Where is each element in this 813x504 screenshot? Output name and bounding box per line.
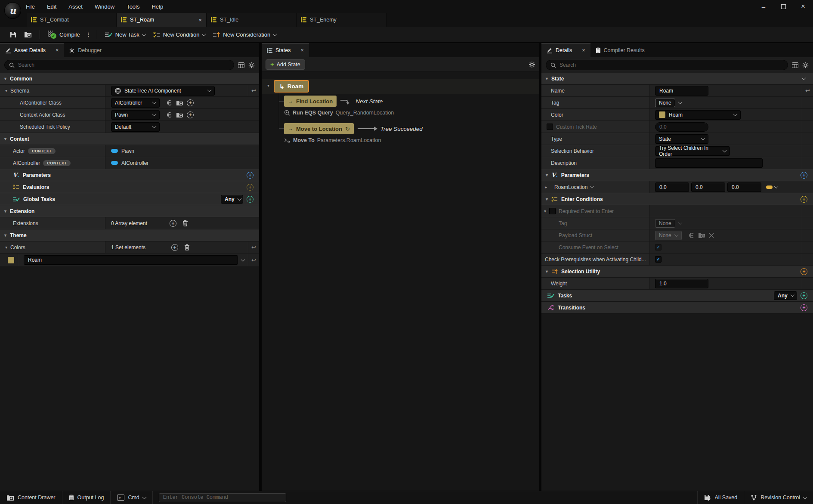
selection-utility-header-row[interactable]: ▾ Selection Utility +	[541, 266, 813, 278]
section-extension[interactable]: ▾ Extension	[0, 205, 259, 217]
collapse-triangle-icon[interactable]: ▾	[5, 89, 7, 93]
close-button[interactable]: ×	[793, 0, 813, 13]
tick-policy-dropdown[interactable]: Default	[111, 122, 160, 132]
settings-gear-icon[interactable]	[248, 62, 255, 68]
reset-to-default-icon[interactable]: ↩	[805, 87, 810, 94]
schema-dropdown[interactable]: StateTree AI Component	[111, 86, 215, 96]
chevron-down-icon[interactable]	[241, 257, 245, 262]
context-actor-class-dropdown[interactable]: Pawn	[111, 110, 160, 120]
menu-asset[interactable]: Asset	[68, 3, 83, 10]
task-node-find-location[interactable]: → Find Location	[284, 96, 337, 107]
reset-to-default-icon[interactable]: ↩	[251, 87, 256, 94]
revision-control-button[interactable]: Revision Control	[744, 491, 813, 504]
save-button[interactable]	[10, 31, 16, 38]
clear-icon[interactable]	[709, 233, 714, 238]
tab-states[interactable]: States ×	[262, 43, 309, 57]
reset-to-default-icon[interactable]: ↩	[251, 244, 256, 250]
state-tree-canvas[interactable]: ▾ ↳ Roam → Find Location Next State Run …	[262, 72, 539, 491]
aicontroller-class-dropdown[interactable]: AIController	[111, 98, 160, 108]
cmd-button[interactable]: >_ Cmd	[111, 491, 152, 504]
output-log-button[interactable]: Output Log	[62, 491, 111, 504]
consume-event-checkbox[interactable]: ✓	[655, 244, 662, 250]
global-tasks-mode-dropdown[interactable]: Any	[221, 195, 243, 204]
add-task-icon[interactable]: +	[801, 292, 807, 299]
browse-to-asset-icon[interactable]	[698, 232, 705, 238]
state-node-roam[interactable]: ↳ Roam	[274, 80, 309, 93]
reset-to-default-icon[interactable]: ↩	[251, 257, 256, 263]
menu-file[interactable]: File	[26, 3, 35, 10]
add-state-button[interactable]: + Add State	[266, 59, 305, 70]
global-tasks-header-row[interactable]: Global Tasks Any +	[0, 193, 259, 205]
close-tab-icon[interactable]: ×	[56, 47, 59, 53]
create-new-icon[interactable]: +	[187, 111, 194, 118]
chevron-down-icon[interactable]	[678, 100, 682, 104]
tab-compiler-results[interactable]: Compiler Results	[590, 43, 650, 57]
asset-tab-st-roam[interactable]: ST_Roam ×	[117, 13, 207, 27]
collapse-triangle-icon[interactable]: ▾	[544, 209, 546, 213]
task-node-move-to-location[interactable]: → Move to Location ↻	[284, 123, 354, 134]
console-command-input[interactable]	[163, 495, 282, 501]
parameters-header-row[interactable]: ▾ V. Parameters +	[541, 169, 813, 181]
close-tab-icon[interactable]: ×	[198, 17, 202, 23]
param-binding-pill-icon[interactable]	[766, 186, 773, 189]
collapse-triangle-icon[interactable]: ▾	[5, 245, 7, 250]
add-parameter-icon[interactable]: +	[801, 172, 807, 179]
type-dropdown[interactable]: State	[655, 134, 708, 144]
tick-rate-field[interactable]: 0.0	[655, 122, 708, 132]
left-search-input[interactable]	[18, 62, 229, 68]
content-drawer-button[interactable]: Content Drawer	[0, 491, 62, 504]
evaluators-header-row[interactable]: Evaluators +	[0, 181, 259, 193]
states-settings-gear-icon[interactable]	[529, 61, 535, 68]
name-field[interactable]: Roam	[655, 86, 708, 96]
browse-to-asset-icon[interactable]	[176, 100, 183, 106]
add-enter-condition-icon[interactable]: +	[801, 196, 807, 203]
param-y-field[interactable]: 0.0	[691, 182, 725, 192]
left-search-box[interactable]	[4, 60, 234, 70]
add-evaluator-icon[interactable]: +	[247, 184, 253, 191]
asset-tab-st-enemy[interactable]: ST_Enemy	[297, 13, 386, 27]
compile-options-icon[interactable]: ⋮	[86, 31, 91, 38]
use-selected-icon[interactable]	[166, 100, 173, 106]
asset-tab-st-combat[interactable]: ST_Combat	[27, 13, 117, 27]
chevron-down-icon[interactable]	[774, 184, 779, 189]
console-command-box[interactable]	[159, 493, 286, 502]
menu-tools[interactable]: Tools	[127, 3, 139, 10]
new-consideration-button[interactable]: New Consideration	[213, 31, 276, 38]
create-new-icon[interactable]: +	[187, 99, 194, 106]
section-theme[interactable]: ▾ Theme	[0, 229, 259, 241]
check-prerequisites-checkbox[interactable]: ✓	[655, 256, 662, 263]
new-task-button[interactable]: New Task	[105, 31, 145, 38]
settings-gear-icon[interactable]	[802, 62, 809, 68]
required-event-checkbox[interactable]	[549, 208, 556, 214]
compile-button[interactable]: ✓ Compile	[48, 31, 80, 38]
selection-behavior-dropdown[interactable]: Try Select Children In Order	[655, 146, 730, 156]
delete-icon[interactable]	[182, 220, 188, 226]
color-name-field[interactable]: Roam	[24, 255, 238, 265]
tasks-header-row[interactable]: Tasks Any +	[541, 290, 813, 302]
transition-target-label[interactable]: Next State	[355, 98, 383, 105]
browse-to-asset-icon[interactable]	[176, 112, 183, 118]
param-x-field[interactable]: 0.0	[655, 182, 689, 192]
minimize-button[interactable]: –	[754, 0, 773, 13]
details-search-box[interactable]	[546, 60, 788, 70]
description-field[interactable]	[655, 158, 763, 168]
delete-icon[interactable]	[184, 244, 190, 250]
tab-asset-details[interactable]: Asset Details ×	[0, 43, 64, 57]
expand-triangle-icon[interactable]: ▸	[545, 185, 547, 189]
section-state[interactable]: ▾ State	[541, 73, 813, 85]
add-consideration-icon[interactable]: +	[801, 268, 807, 275]
parameters-header-row[interactable]: V. Parameters +	[0, 169, 259, 181]
add-global-task-icon[interactable]: +	[247, 196, 253, 203]
grid-view-icon[interactable]	[792, 62, 798, 68]
all-saved-button[interactable]: All Saved	[697, 491, 744, 504]
use-selected-icon[interactable]	[166, 112, 173, 118]
transitions-header-row[interactable]: Transitions +	[541, 302, 813, 314]
section-common[interactable]: ▾ Common	[0, 73, 259, 85]
chevron-down-icon[interactable]	[802, 76, 806, 80]
add-array-element-icon[interactable]: +	[170, 220, 176, 227]
use-selected-icon[interactable]	[688, 232, 695, 238]
tasks-mode-dropdown[interactable]: Any	[774, 291, 797, 300]
custom-tick-rate-checkbox[interactable]	[547, 124, 553, 130]
asset-tab-st-idle[interactable]: ST_Idle	[207, 13, 297, 27]
maximize-button[interactable]	[773, 0, 793, 13]
